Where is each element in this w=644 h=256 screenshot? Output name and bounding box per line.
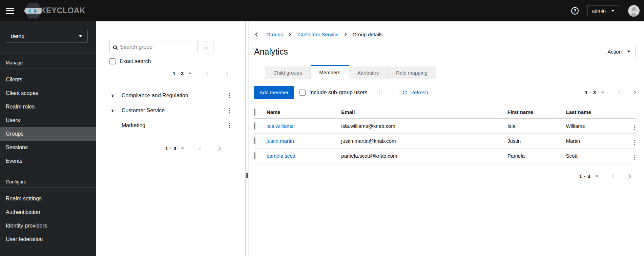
table-header-row: Name Email First name Last name — [254, 106, 636, 118]
sidebar-item-realm-roles[interactable]: Realm roles — [0, 100, 96, 114]
prev-page-icon[interactable] — [611, 174, 616, 178]
row-checkbox[interactable] — [254, 152, 255, 159]
kebab-menu-icon[interactable] — [228, 92, 231, 99]
next-page-icon[interactable] — [627, 174, 631, 178]
expand-chevron-icon[interactable] — [110, 109, 113, 112]
search-input[interactable] — [117, 44, 198, 50]
col-header-name: Name — [267, 106, 341, 118]
sidebar-item-groups[interactable]: Groups — [0, 127, 96, 141]
tree-pagination-top: 1 - 3 — [109, 69, 245, 78]
divider — [104, 85, 237, 85]
tree-item-marketing: Marketing — [109, 118, 245, 133]
action-dropdown-button[interactable]: Action — [602, 46, 636, 57]
sidebar-item-clients[interactable]: Clients — [0, 73, 96, 86]
group-name[interactable]: Compliance and Regulation — [122, 93, 188, 99]
member-name-link[interactable]: justin.martin — [267, 138, 294, 144]
user-menu[interactable]: admin — [587, 5, 619, 16]
members-toolbar: Add member Include sub-group users Refre… — [254, 86, 636, 99]
keycloak-hex-icon — [24, 3, 42, 19]
chevron-down-icon[interactable] — [596, 175, 599, 177]
include-subgroup-checkbox[interactable] — [299, 90, 306, 96]
breadcrumb: Groups Customer Service Group details — [256, 31, 636, 38]
masthead: KEYCLOAK admin — [0, 0, 644, 21]
search-submit-button[interactable] — [198, 41, 213, 53]
members-table: Name Email First name Last name isla.wil… — [254, 106, 636, 163]
row-kebab-icon[interactable] — [633, 139, 636, 146]
panel-splitter[interactable] — [245, 21, 249, 256]
breadcrumb-groups[interactable]: Groups — [266, 32, 283, 37]
help-icon[interactable] — [571, 7, 579, 15]
prev-page-icon[interactable] — [206, 72, 210, 76]
member-last-name: Martin — [566, 133, 623, 148]
toolbar-kebab-icon[interactable] — [378, 89, 381, 96]
refresh-label: Refresh — [410, 90, 428, 95]
tree-item-compliance-and-regulation: Compliance and Regulation — [109, 88, 245, 103]
prev-page-icon[interactable] — [618, 90, 622, 95]
member-first-name: Pamela — [507, 148, 566, 163]
chevron-down-icon — [611, 10, 615, 12]
row-checkbox[interactable] — [254, 137, 255, 144]
sidebar-item-users[interactable]: Users — [0, 114, 96, 127]
add-member-button[interactable]: Add member — [254, 86, 294, 99]
user-menu-label: admin — [592, 8, 606, 14]
sidebar-item-client-scopes[interactable]: Client scopes — [0, 86, 96, 100]
keycloak-logo[interactable]: KEYCLOAK — [24, 3, 85, 19]
chevron-down-icon[interactable] — [189, 73, 192, 74]
refresh-button[interactable]: Refresh — [402, 90, 428, 95]
sidebar-item-authentication[interactable]: Authentication — [0, 205, 96, 219]
sidebar-item-identity-providers[interactable]: Identity providers — [0, 219, 96, 233]
pagination-range: 1 - 3 — [165, 146, 176, 151]
row-kebab-icon[interactable] — [633, 124, 636, 131]
realm-selector[interactable]: demo — [6, 30, 87, 42]
sidebar-item-user-federation[interactable]: User federation — [0, 233, 96, 246]
prev-page-icon[interactable] — [199, 146, 203, 151]
refresh-icon — [402, 90, 408, 95]
table-row: justin.martin justin.martin@knab.com Jus… — [254, 133, 636, 148]
next-page-icon[interactable] — [632, 90, 636, 95]
group-search-box — [109, 41, 198, 53]
back-chevron-icon[interactable] — [255, 32, 259, 37]
row-kebab-icon[interactable] — [633, 154, 636, 161]
col-header-email: Email — [341, 106, 507, 118]
tab-child-groups[interactable]: Child groups — [265, 66, 311, 79]
next-page-icon[interactable] — [224, 72, 228, 76]
avatar[interactable] — [628, 5, 640, 17]
members-pagination-bottom: 1 - 3 — [254, 174, 636, 179]
row-checkbox[interactable] — [254, 122, 255, 130]
arrow-right-icon — [202, 43, 209, 51]
sidebar-item-events[interactable]: Events — [0, 154, 96, 168]
tree-pagination-bottom: 1 - 3 — [109, 144, 245, 153]
nav-toggle-icon[interactable] — [6, 8, 14, 14]
sidebar-item-realm-settings[interactable]: Realm settings — [0, 192, 96, 205]
breadcrumb-separator-icon — [344, 33, 347, 36]
col-header-last-name: Last name — [566, 106, 623, 118]
tab-attributes[interactable]: Attributes — [349, 66, 388, 79]
chevron-down-icon[interactable] — [181, 147, 184, 149]
kebab-menu-icon[interactable] — [228, 107, 231, 114]
realm-selector-label: demo — [11, 33, 24, 39]
main-content: Groups Customer Service Group details An… — [249, 21, 644, 256]
member-name-link[interactable]: pamela.scott — [267, 153, 295, 159]
tab-strip: Child groups Members Attributes Role map… — [254, 65, 636, 79]
group-name[interactable]: Customer Service — [122, 107, 165, 114]
group-name[interactable]: Marketing — [122, 122, 145, 129]
nav-section-configure: Configure — [0, 168, 96, 187]
next-page-icon[interactable] — [216, 146, 221, 151]
sidebar-item-sessions[interactable]: Sessions — [0, 141, 96, 154]
chevron-down-icon — [627, 51, 630, 52]
breadcrumb-customer-service[interactable]: Customer Service — [298, 32, 338, 37]
brand-text: KEYCLOAK — [40, 6, 85, 15]
select-all-checkbox[interactable] — [254, 109, 255, 116]
chevron-down-icon[interactable] — [601, 92, 604, 93]
table-row: isla.williams isla.williams@knab.com Isl… — [254, 118, 636, 133]
divider — [393, 87, 393, 98]
member-email: pamela.scott@knab.com — [341, 148, 507, 163]
member-name-link[interactable]: isla.williams — [267, 123, 293, 129]
tab-members[interactable]: Members — [311, 65, 349, 79]
kebab-menu-icon[interactable] — [228, 122, 231, 129]
page-title: Analytics — [254, 47, 288, 57]
expand-chevron-icon[interactable] — [110, 94, 113, 97]
tab-role-mapping[interactable]: Role mapping — [388, 66, 436, 79]
member-email: justin.martin@knab.com — [341, 133, 507, 148]
exact-search-checkbox[interactable] — [109, 58, 116, 64]
